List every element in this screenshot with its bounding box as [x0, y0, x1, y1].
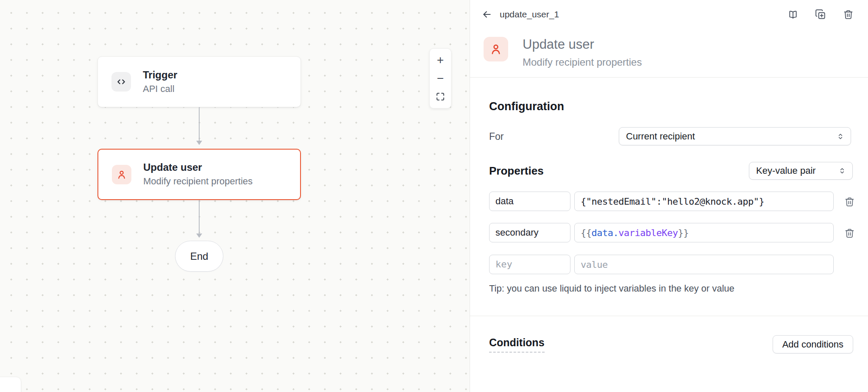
workflow-editor: Trigger API call Update user Modify reci… — [0, 0, 868, 392]
back-button[interactable] — [479, 7, 495, 22]
chevron-up-down-icon — [838, 167, 846, 175]
properties-type-select[interactable]: Key-value pair — [749, 162, 853, 180]
properties-type-value: Key-value pair — [756, 165, 838, 176]
kv-key-input[interactable] — [489, 192, 570, 211]
conditions-heading: Conditions — [489, 336, 545, 353]
node-update-user-subtitle: Modify recipient properties — [143, 176, 253, 187]
connector-update-end — [199, 200, 200, 237]
node-trigger-text: Trigger API call — [143, 69, 177, 95]
for-select-value: Current recipient — [626, 131, 836, 142]
step-description: Modify recipient properties — [523, 56, 642, 69]
kv-row: {{data.variableKey}} — [489, 223, 853, 242]
minus-icon: − — [437, 72, 444, 85]
liquid-object: data. — [592, 228, 619, 238]
kv-key-input[interactable] — [489, 223, 570, 242]
book-open-icon — [787, 9, 798, 20]
step-title-block: Update user Modify recipient properties — [484, 37, 642, 68]
panel-header: update_user_1 — [470, 0, 868, 29]
kv-row — [489, 192, 853, 211]
step-config-panel: update_user_1 — [470, 0, 868, 392]
arrowhead-icon — [196, 141, 202, 145]
remove-row-button[interactable] — [843, 195, 856, 208]
node-end-label: End — [190, 250, 209, 262]
section-divider — [470, 316, 868, 316]
person-icon — [112, 165, 131, 184]
trash-icon — [843, 9, 854, 20]
step-name[interactable]: Update user — [523, 37, 642, 52]
remove-row-button[interactable] — [843, 227, 856, 239]
step-key-title: update_user_1 — [500, 9, 559, 19]
for-select[interactable]: Current recipient — [619, 127, 851, 145]
plus-icon: + — [437, 53, 444, 67]
kv-value-input[interactable]: {{data.variableKey}} — [574, 223, 834, 242]
arrowhead-icon — [196, 234, 202, 238]
for-label: For — [489, 131, 504, 142]
connector-trigger-update — [199, 107, 200, 145]
workflow-canvas[interactable]: Trigger API call Update user Modify reci… — [0, 0, 470, 392]
docs-button[interactable] — [787, 8, 799, 20]
node-update-user[interactable]: Update user Modify recipient properties — [97, 149, 301, 200]
node-trigger-title: Trigger — [143, 69, 177, 81]
node-update-user-text: Update user Modify recipient properties — [143, 161, 253, 187]
chevron-up-down-icon — [836, 132, 845, 141]
delete-step-button[interactable] — [842, 8, 854, 20]
kv-value-input[interactable] — [574, 255, 834, 274]
duplicate-icon — [815, 9, 826, 20]
duplicate-button[interactable] — [815, 8, 826, 20]
step-title-text: Update user Modify recipient properties — [523, 37, 642, 68]
kv-key-input[interactable] — [489, 255, 570, 274]
zoom-in-button[interactable]: + — [433, 53, 448, 67]
kv-row — [489, 255, 853, 274]
properties-heading: Properties — [489, 164, 544, 178]
liquid-open-braces: {{ — [581, 228, 592, 238]
arrow-left-icon — [481, 9, 492, 20]
add-conditions-button[interactable]: Add conditions — [773, 335, 853, 353]
node-end[interactable]: End — [175, 241, 223, 272]
node-update-user-title: Update user — [143, 161, 253, 174]
fit-view-button[interactable] — [433, 89, 448, 104]
liquid-tip-text: Tip: you can use liquid to inject variab… — [489, 283, 734, 294]
zoom-toolbar: + − — [429, 48, 451, 108]
zoom-out-button[interactable]: − — [433, 71, 448, 86]
liquid-close-braces: }} — [678, 228, 689, 238]
header-actions — [787, 8, 854, 20]
node-trigger[interactable]: Trigger API call — [97, 56, 301, 107]
person-icon — [484, 37, 508, 61]
node-trigger-subtitle: API call — [143, 83, 177, 95]
liquid-property: variableKey — [618, 228, 678, 238]
kv-value-input[interactable] — [574, 192, 834, 211]
configuration-heading: Configuration — [489, 100, 564, 113]
code-icon — [111, 72, 131, 92]
canvas-corner-card — [0, 377, 21, 392]
header-divider — [470, 77, 868, 78]
trash-icon — [844, 228, 855, 239]
fit-view-icon — [435, 92, 445, 102]
trash-icon — [844, 197, 855, 207]
